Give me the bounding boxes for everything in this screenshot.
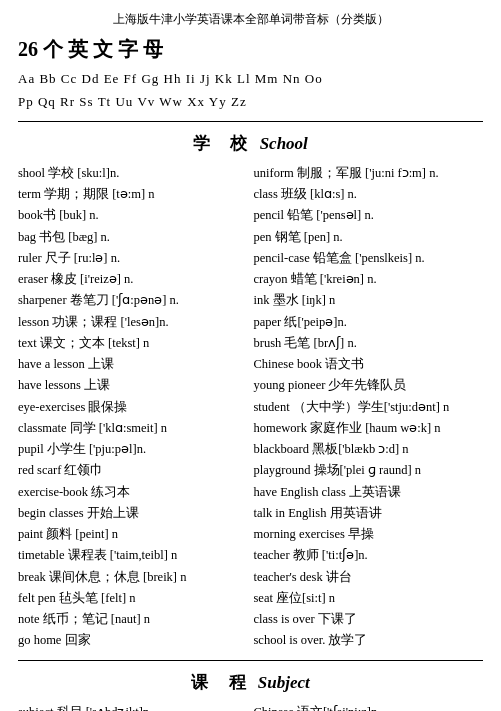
entry-right-school-0: uniform 制服；军服 ['ju:ni fɔ:m] n. xyxy=(254,163,484,184)
entry-left-school-3: bag 书包 [bæg] n. xyxy=(18,227,248,248)
entry-right-school-6: ink 墨水 [iŋk] n xyxy=(254,290,484,311)
entry-left-school-21: felt pen 毡头笔 [felt] n xyxy=(18,588,248,609)
entry-left-school-14: pupil 小学生 ['pju:pəl]n. xyxy=(18,439,248,460)
entry-right-school-10: young pioneer 少年先锋队员 xyxy=(254,375,484,396)
entry-right-subject-0: Chinese 语文['tʃai'ni:z]n. xyxy=(254,702,484,711)
entry-right-school-16: have English class 上英语课 xyxy=(254,482,484,503)
entry-left-school-13: classmate 同学 ['klɑ:smeit] n xyxy=(18,418,248,439)
entry-right-school-5: crayon 蜡笔 ['kreiən] n. xyxy=(254,269,484,290)
section-en-subject: Subject xyxy=(258,673,310,692)
entry-left-school-23: go home 回家 xyxy=(18,630,248,651)
entry-left-school-6: sharpener 卷笔刀 ['ʃɑ:pənə] n. xyxy=(18,290,248,311)
entry-left-school-10: have lessons 上课 xyxy=(18,375,248,396)
entry-left-school-19: timetable 课程表 ['taim,teibl] n xyxy=(18,545,248,566)
alphabet-row-2: Pp Qq Rr Ss Tt Uu Vv Ww Xx Yy Zz xyxy=(18,92,483,113)
section-header-school: 学 校 School xyxy=(18,130,483,157)
entry-right-school-1: class 班级 [klɑ:s] n. xyxy=(254,184,484,205)
section-left-subject: subject 科目 ['sʌbdʒikt]n.English英语['iŋgli… xyxy=(18,702,254,711)
entry-left-school-7: lesson 功课；课程 ['lesən]n. xyxy=(18,312,248,333)
entry-right-school-21: seat 座位[si:t] n xyxy=(254,588,484,609)
entry-left-school-9: have a lesson 上课 xyxy=(18,354,248,375)
entry-left-school-2: book书 [buk] n. xyxy=(18,205,248,226)
entry-left-school-4: ruler 尺子 [ru:lə] n. xyxy=(18,248,248,269)
entry-right-school-19: teacher 教师 ['ti:tʃə]n. xyxy=(254,545,484,566)
section-content-school: shool 学校 [sku:l]n.term 学期；期限 [tə:m] nboo… xyxy=(18,163,483,652)
entry-left-school-0: shool 学校 [sku:l]n. xyxy=(18,163,248,184)
divider-after-school xyxy=(18,660,483,661)
entry-right-school-14: blackboard 黑板['blækb ɔ:d] n xyxy=(254,439,484,460)
entry-left-school-5: eraser 橡皮 [i'reizə] n. xyxy=(18,269,248,290)
entry-right-school-22: class is over 下课了 xyxy=(254,609,484,630)
entry-right-school-13: homework 家庭作业 [haum wə:k] n xyxy=(254,418,484,439)
entry-right-school-15: playground 操场['plei ɡ raund] n xyxy=(254,460,484,481)
entry-right-school-20: teacher's desk 讲台 xyxy=(254,567,484,588)
entry-left-school-22: note 纸币；笔记 [naut] n xyxy=(18,609,248,630)
entry-left-school-11: eye-exercises 眼保操 xyxy=(18,397,248,418)
entry-left-school-8: text 课文；文本 [tekst] n xyxy=(18,333,248,354)
entry-left-subject-0: subject 科目 ['sʌbdʒikt]n. xyxy=(18,702,248,711)
section-header-subject: 课 程 Subject xyxy=(18,669,483,696)
entry-left-school-16: exercise-book 练习本 xyxy=(18,482,248,503)
page-title: 上海版牛津小学英语课本全部单词带音标（分类版） xyxy=(18,10,483,29)
entry-right-school-8: brush 毛笔 [brʌʃ] n. xyxy=(254,333,484,354)
entry-right-school-11: student （大中学）学生['stju:dənt] n xyxy=(254,397,484,418)
section-left-school: shool 学校 [sku:l]n.term 学期；期限 [tə:m] nboo… xyxy=(18,163,254,652)
entry-left-school-1: term 学期；期限 [tə:m] n xyxy=(18,184,248,205)
section-right-school: uniform 制服；军服 ['ju:ni fɔ:m] n.class 班级 [… xyxy=(254,163,484,652)
alphabet-row-1: Aa Bb Cc Dd Ee Ff Gg Hh Ii Jj Kk Ll Mm N… xyxy=(18,69,483,90)
entry-right-school-7: paper 纸['peipə]n. xyxy=(254,312,484,333)
entry-right-school-4: pencil-case 铅笔盒 ['penslkeis] n. xyxy=(254,248,484,269)
entry-left-school-18: paint 颜料 [peint] n xyxy=(18,524,248,545)
entry-left-school-17: begin classes 开始上课 xyxy=(18,503,248,524)
entry-right-school-3: pen 钢笔 [pen] n. xyxy=(254,227,484,248)
section-en-school: School xyxy=(260,134,308,153)
section-right-subject: Chinese 语文['tʃai'ni:z]n.math 数学 [mæθ] n xyxy=(254,702,484,711)
section-content-subject: subject 科目 ['sʌbdʒikt]n.English英语['iŋgli… xyxy=(18,702,483,711)
entry-right-school-17: talk in English 用英语讲 xyxy=(254,503,484,524)
entry-left-school-15: red scarf 红领巾 xyxy=(18,460,248,481)
alphabet-title: 26 个 英 文 字 母 xyxy=(18,33,483,65)
section-cn-subject: 课 程 xyxy=(191,673,253,692)
entry-left-school-20: break 课间休息；休息 [breik] n xyxy=(18,567,248,588)
section-cn-school: 学 校 xyxy=(193,134,255,153)
entry-right-school-2: pencil 铅笔 ['pensəl] n. xyxy=(254,205,484,226)
divider-top xyxy=(18,121,483,122)
entry-right-school-18: morning exercises 早操 xyxy=(254,524,484,545)
entry-right-school-9: Chinese book 语文书 xyxy=(254,354,484,375)
entry-right-school-23: school is over. 放学了 xyxy=(254,630,484,651)
